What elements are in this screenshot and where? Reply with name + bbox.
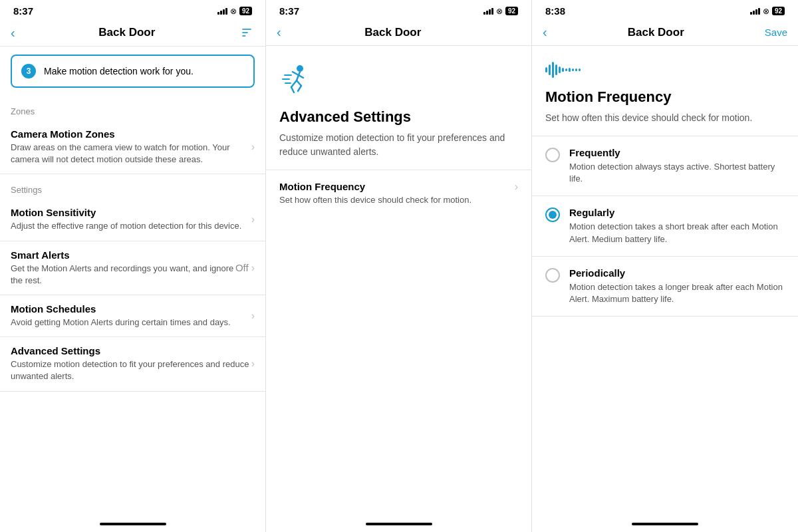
back-button-1[interactable]: ‹ <box>11 25 15 41</box>
status-time-2: 8:37 <box>279 5 299 17</box>
status-icons-1: ⊗ 92 <box>217 7 252 16</box>
svg-line-9 <box>297 80 301 86</box>
advanced-header: Advanced Settings Customize motion detec… <box>266 46 531 170</box>
nav-bar-1: ‹ Back Door <box>0 19 265 47</box>
motion-schedules-title: Motion Schedules <box>11 303 251 315</box>
battery-1: 92 <box>239 7 252 15</box>
advanced-settings-page-title: Advanced Settings <box>279 108 518 126</box>
frequently-title: Frequently <box>569 147 785 158</box>
status-time-1: 8:37 <box>13 5 33 17</box>
tip-number: 3 <box>21 64 36 78</box>
wifi-icon-1: ⊗ <box>230 7 237 16</box>
motion-freq-page-desc: Set how often this device should check f… <box>545 111 785 125</box>
motion-frequency-item[interactable]: Motion Frequency Set how often this devi… <box>266 170 531 217</box>
signal-icon-1 <box>217 8 227 15</box>
radio-regularly[interactable] <box>545 207 560 222</box>
motion-freq-page-title: Motion Frequency <box>545 88 785 106</box>
smart-alerts-value: Off <box>235 262 249 273</box>
panel-2: 8:37 ⊗ 92 ‹ Back Door <box>266 0 532 532</box>
wifi-icon-2: ⊗ <box>496 7 503 16</box>
back-button-2[interactable]: ‹ <box>277 25 281 40</box>
radio-frequently[interactable] <box>545 148 560 162</box>
status-bar-1: 8:37 ⊗ 92 <box>0 0 265 19</box>
option-frequently[interactable]: Frequently Motion detection always stays… <box>532 136 798 196</box>
tip-box: 3 Make motion detection work for you. <box>11 55 255 88</box>
home-indicator-2 <box>266 516 531 532</box>
section-settings-label: Settings <box>0 174 265 199</box>
section-zones-label: Zones <box>0 96 265 120</box>
advanced-settings-title: Advanced Settings <box>11 345 251 356</box>
regularly-desc: Motion detection takes a short break aft… <box>569 221 785 245</box>
home-indicator-3 <box>532 516 798 532</box>
radio-periodically[interactable] <box>545 268 560 283</box>
status-bar-2: 8:37 ⊗ 92 <box>266 0 531 19</box>
svg-line-5 <box>293 72 299 75</box>
filter-icon-1[interactable] <box>239 25 255 41</box>
wifi-icon-3: ⊗ <box>763 7 769 16</box>
nav-title-3: Back Door <box>628 26 684 39</box>
motion-schedules-item[interactable]: Motion Schedules Avoid getting Motion Al… <box>0 295 265 337</box>
runner-icon <box>279 62 518 100</box>
signal-icon-3 <box>750 8 760 15</box>
status-time-3: 8:38 <box>545 5 565 17</box>
motion-sensitivity-title: Motion Sensitivity <box>11 207 251 218</box>
battery-3: 92 <box>772 7 785 15</box>
svg-line-10 <box>298 86 301 91</box>
status-icons-2: ⊗ 92 <box>483 7 518 16</box>
nav-title-1: Back Door <box>98 26 155 39</box>
regularly-title: Regularly <box>569 207 785 218</box>
chevron-icon-adv: › <box>251 358 255 370</box>
camera-motion-zones-desc: Draw areas on the camera view to watch f… <box>11 142 251 166</box>
battery-2: 92 <box>505 7 518 15</box>
advanced-settings-page-desc: Customize motion detection to fit your p… <box>279 131 518 159</box>
content-3: Motion Frequency Set how often this devi… <box>532 46 798 516</box>
home-indicator-1 <box>0 516 265 532</box>
chevron-icon-ms: › <box>251 213 255 225</box>
smart-alerts-desc: Get the Motion Alerts and recordings you… <box>11 263 235 287</box>
svg-line-8 <box>291 87 294 92</box>
motion-sensitivity-item[interactable]: Motion Sensitivity Adjust the effective … <box>0 199 265 241</box>
advanced-settings-item[interactable]: Advanced Settings Customize motion detec… <box>0 337 265 391</box>
save-button[interactable]: Save <box>765 27 787 38</box>
status-bar-3: 8:38 ⊗ 92 <box>532 0 798 19</box>
motion-sensitivity-desc: Adjust the effective range of motion det… <box>11 220 251 232</box>
chevron-icon-mf: › <box>515 181 518 193</box>
nav-bar-3: ‹ Back Door Save <box>532 19 798 46</box>
advanced-settings-desc: Customize motion detection to fit your p… <box>11 358 251 382</box>
status-icons-3: ⊗ 92 <box>750 7 785 16</box>
chevron-icon-sa: › <box>251 262 255 274</box>
sound-wave-icon <box>545 62 785 78</box>
back-button-3[interactable]: ‹ <box>543 25 547 40</box>
smart-alerts-item[interactable]: Smart Alerts Get the Motion Alerts and r… <box>0 241 265 295</box>
option-periodically[interactable]: Periodically Motion detection takes a lo… <box>532 257 798 317</box>
svg-line-7 <box>291 80 297 87</box>
motion-schedules-desc: Avoid getting Motion Alerts during certa… <box>11 317 251 329</box>
content-2: Advanced Settings Customize motion detec… <box>266 46 531 516</box>
tip-text: Make motion detection work for you. <box>44 66 194 76</box>
periodically-title: Periodically <box>569 267 785 279</box>
camera-motion-zones-title: Camera Motion Zones <box>11 128 251 140</box>
svg-line-6 <box>299 75 303 78</box>
nav-title-2: Back Door <box>364 26 421 39</box>
content-1: 3 Make motion detection work for you. Zo… <box>0 47 265 516</box>
chevron-icon-msched: › <box>251 310 255 322</box>
camera-motion-zones-item[interactable]: Camera Motion Zones Draw areas on the ca… <box>0 120 265 174</box>
frequently-desc: Motion detection always stays active. Sh… <box>569 161 785 185</box>
panel-3: 8:38 ⊗ 92 ‹ Back Door Save <box>532 0 798 532</box>
svg-point-3 <box>297 65 303 72</box>
signal-icon-2 <box>483 8 493 15</box>
panel-1: 8:37 ⊗ 92 ‹ Back Door 3 Mak <box>0 0 266 532</box>
nav-bar-2: ‹ Back Door <box>266 19 531 46</box>
smart-alerts-title: Smart Alerts <box>11 249 235 261</box>
periodically-desc: Motion detection takes a longer break af… <box>569 281 785 305</box>
option-regularly[interactable]: Regularly Motion detection takes a short… <box>532 196 798 256</box>
chevron-icon: › <box>251 141 255 153</box>
motion-frequency-desc: Set how often this device should check f… <box>279 194 515 206</box>
motion-freq-header: Motion Frequency Set how often this devi… <box>532 46 798 136</box>
motion-frequency-title: Motion Frequency <box>279 181 515 192</box>
